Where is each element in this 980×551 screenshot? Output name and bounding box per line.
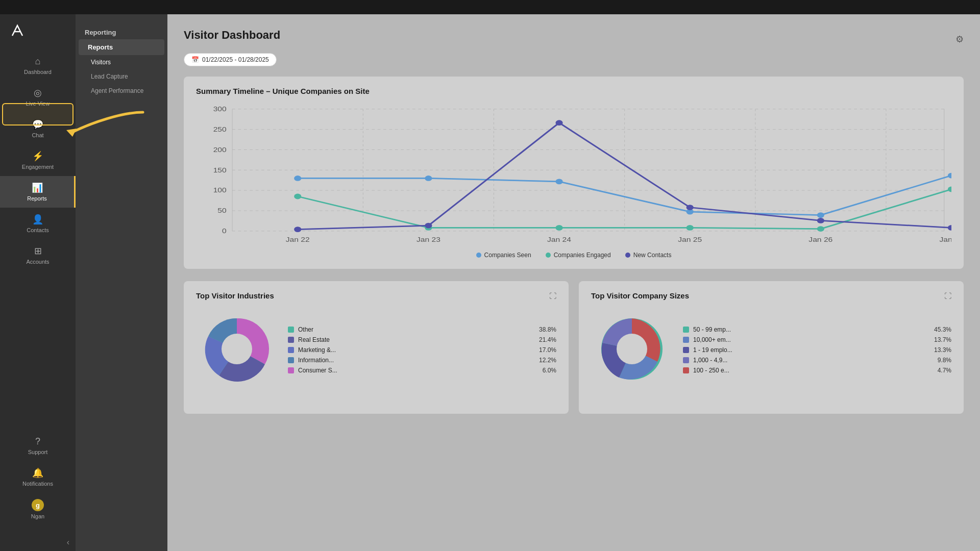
svg-point-49 (617, 334, 647, 364)
svg-point-33 (948, 173, 951, 179)
sidebar-item-engagement-label: Engagement (22, 164, 54, 170)
sidebar-item-user-label: Ngan (31, 513, 44, 519)
company-sizes-expand-icon[interactable]: ⛶ (944, 292, 951, 300)
company-sizes-legend-item-3: 1,000 - 4,9... 9.8% (683, 357, 951, 364)
sidebar-item-live-view-label: Live View (26, 101, 50, 107)
legend-label-companies-seen: Companies Seen (484, 252, 531, 259)
top-company-sizes-card: Top Visitor Company Sizes ⛶ (579, 281, 964, 414)
live-view-icon: ◎ (34, 87, 42, 98)
sidebar-item-live-view[interactable]: ◎ Live View (0, 81, 76, 113)
accounts-icon: ⊞ (34, 245, 42, 257)
svg-text:Jan 24: Jan 24 (547, 236, 571, 243)
sidebar-item-user[interactable]: g Ngan (0, 493, 76, 525)
sidebar-item-dashboard[interactable]: ⌂ Dashboard (0, 50, 76, 81)
svg-text:Jan 25: Jan 25 (678, 236, 702, 243)
page-title: Visitor Dashboard (184, 29, 280, 42)
svg-text:200: 200 (213, 146, 227, 154)
secondary-nav-reports[interactable]: Reports (79, 39, 164, 55)
company-sizes-legend-label-1: 10,000+ em... (693, 336, 930, 343)
legend-companies-engaged: Companies Engaged (546, 252, 611, 259)
contacts-icon: 👤 (32, 214, 43, 225)
bottom-row: Top Visitor Industries ⛶ (184, 281, 964, 414)
sidebar-nav: ⌂ Dashboard ◎ Live View 💬 Chat ⚡ Engagem… (0, 50, 76, 430)
top-industries-title: Top Visitor Industries (196, 291, 274, 300)
calendar-icon: 📅 (191, 56, 199, 63)
filter-icon-button[interactable]: ⚙ (955, 34, 964, 45)
industries-legend-item-0: Other 38.8% (288, 326, 556, 333)
dashboard-icon: ⌂ (35, 56, 41, 67)
svg-point-38 (817, 226, 824, 232)
industries-legend-item-3: Information... 12.2% (288, 357, 556, 364)
industries-legend-pct-0: 38.8% (539, 326, 556, 333)
summary-timeline-card: Summary Timeline – Unique Companies on S… (184, 77, 964, 269)
svg-text:0: 0 (222, 228, 227, 235)
engagement-icon: ⚡ (32, 151, 43, 162)
industries-legend-color-0 (288, 327, 294, 333)
industries-legend-color-4 (288, 367, 294, 373)
sidebar-item-notifications[interactable]: 🔔 Notifications (0, 461, 76, 493)
industries-pie-legend: Other 38.8% Real Estate 21.4% Marketing … (288, 326, 556, 374)
industries-legend-pct-3: 12.2% (539, 357, 556, 364)
company-sizes-legend-label-2: 1 - 19 emplo... (693, 346, 930, 354)
industries-legend-label-4: Consumer S... (298, 367, 538, 374)
sidebar-item-contacts-label: Contacts (27, 227, 48, 233)
secondary-nav-visitors[interactable]: Visitors (76, 55, 167, 69)
company-sizes-legend-item-2: 1 - 19 emplo... 13.3% (683, 346, 951, 354)
company-sizes-legend-pct-2: 13.3% (934, 346, 951, 354)
sidebar-item-chat-label: Chat (32, 132, 43, 138)
company-sizes-pie-legend: 50 - 99 emp... 45.3% 10,000+ em... 13.7%… (683, 326, 951, 374)
industries-legend-label-0: Other (298, 326, 535, 333)
svg-text:Jan 22: Jan 22 (286, 236, 310, 243)
user-avatar: g (32, 499, 44, 511)
svg-point-44 (817, 218, 824, 223)
sidebar-bottom: ? Support 🔔 Notifications g Ngan (0, 430, 76, 534)
legend-label-companies-engaged: Companies Engaged (554, 252, 611, 259)
support-icon: ? (35, 436, 40, 447)
svg-point-28 (294, 176, 301, 181)
industries-legend-label-1: Real Estate (298, 336, 535, 343)
sidebar-item-chat[interactable]: 💬 Chat (0, 113, 76, 144)
industries-expand-icon[interactable]: ⛶ (549, 292, 556, 300)
company-sizes-legend-color-1 (683, 337, 689, 343)
industries-legend-pct-4: 6.0% (543, 367, 556, 374)
svg-text:Jan 27: Jan 27 (940, 236, 951, 243)
sidebar-item-notifications-label: Notifications (22, 481, 53, 487)
reports-icon: 📊 (32, 182, 43, 193)
svg-point-32 (817, 212, 824, 218)
company-sizes-legend-item-0: 50 - 99 emp... 45.3% (683, 326, 951, 333)
sidebar-item-engagement[interactable]: ⚡ Engagement (0, 144, 76, 176)
secondary-nav-agent-performance[interactable]: Agent Performance (76, 84, 167, 98)
legend-dot-companies-engaged (546, 253, 551, 258)
main-content: Visitor Dashboard ⚙ 📅 01/22/2025 - 01/28… (167, 14, 980, 551)
company-sizes-legend-pct-4: 4.7% (938, 367, 951, 374)
industries-legend-item-1: Real Estate 21.4% (288, 336, 556, 343)
industries-legend-item-4: Consumer S... 6.0% (288, 367, 556, 374)
sidebar-collapse-button[interactable]: ‹ (0, 534, 76, 551)
top-bar (0, 0, 980, 14)
sidebar-item-accounts-label: Accounts (26, 259, 49, 265)
sidebar-item-support-label: Support (28, 449, 48, 455)
company-sizes-legend-item-1: 10,000+ em... 13.7% (683, 336, 951, 343)
legend-dot-companies-seen (476, 253, 481, 258)
sidebar-item-contacts[interactable]: 👤 Contacts (0, 208, 76, 239)
sidebar-item-dashboard-label: Dashboard (24, 69, 52, 75)
top-company-sizes-title: Top Visitor Company Sizes (591, 291, 689, 300)
svg-text:100: 100 (213, 187, 227, 194)
sidebar-item-support[interactable]: ? Support (0, 430, 76, 461)
sidebar-item-reports[interactable]: 📊 Reports (0, 176, 76, 208)
industries-legend-label-2: Marketing &... (298, 346, 535, 354)
chart-title: Summary Timeline – Unique Companies on S… (196, 87, 951, 95)
company-sizes-legend-label-4: 100 - 250 e... (693, 367, 934, 374)
svg-point-42 (555, 120, 562, 126)
svg-text:300: 300 (213, 106, 227, 113)
sidebar-item-accounts[interactable]: ⊞ Accounts (0, 239, 76, 271)
top-company-sizes-header: Top Visitor Company Sizes ⛶ (591, 291, 951, 300)
secondary-sidebar: Reporting Reports Visitors Lead Capture … (76, 14, 167, 551)
company-sizes-legend-item-4: 100 - 250 e... 4.7% (683, 367, 951, 374)
svg-point-47 (222, 334, 252, 364)
company-sizes-legend-pct-3: 9.8% (938, 357, 951, 364)
svg-point-45 (948, 225, 951, 231)
svg-point-30 (555, 179, 562, 185)
date-filter[interactable]: 📅 01/22/2025 - 01/28/2025 (184, 53, 277, 66)
secondary-nav-lead-capture[interactable]: Lead Capture (76, 69, 167, 84)
